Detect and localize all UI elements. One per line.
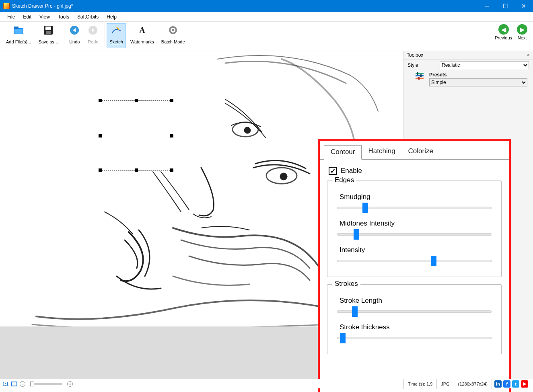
handle-e[interactable] bbox=[170, 134, 173, 138]
menu-edit[interactable]: Edit bbox=[19, 13, 35, 21]
status-bar: 1:1 − + Time (s): 1.9 JPG (1280x877x24) … bbox=[0, 379, 533, 388]
tabs: Contour Hatching Colorize bbox=[320, 141, 509, 160]
contour-settings-panel: Contour Hatching Colorize ✓ Enable Edges… bbox=[318, 139, 511, 392]
zoom-out-button[interactable]: − bbox=[20, 381, 25, 387]
status-time: Time (s): 1.9 bbox=[403, 379, 436, 389]
zoom-slider[interactable] bbox=[30, 383, 62, 385]
midtones-label: Midtones Intensity bbox=[340, 220, 492, 228]
svg-point-8 bbox=[172, 29, 174, 31]
presets-icon bbox=[415, 71, 424, 81]
strokes-legend: Strokes bbox=[332, 280, 360, 288]
previous-button[interactable]: ◀ Previous bbox=[492, 23, 514, 41]
next-label: Next bbox=[518, 35, 527, 40]
handle-nw[interactable] bbox=[99, 99, 102, 102]
menu-file[interactable]: File bbox=[3, 13, 19, 21]
undo-button[interactable]: Undo bbox=[66, 23, 83, 48]
smudging-label: Smudging bbox=[340, 193, 492, 201]
next-button[interactable]: ▶ Next bbox=[514, 23, 530, 41]
enable-checkbox[interactable]: ✓ bbox=[329, 167, 337, 175]
zoom-ratio[interactable]: 1:1 bbox=[2, 382, 8, 386]
undo-label: Undo bbox=[69, 37, 80, 47]
toolbox-header: Toolbox × bbox=[403, 51, 533, 60]
handle-s[interactable] bbox=[135, 168, 138, 172]
style-select[interactable]: Realistic bbox=[440, 61, 529, 69]
stroke-thickness-label: Stroke thickness bbox=[340, 323, 492, 331]
previous-icon: ◀ bbox=[498, 24, 509, 35]
status-format: JPG bbox=[436, 379, 453, 389]
batch-mode-label: Batch Mode bbox=[161, 37, 185, 47]
sketch-icon bbox=[111, 25, 122, 36]
menubar: File Edit View Tools SoftOrbits Help bbox=[0, 12, 533, 22]
redo-label: Redo bbox=[88, 37, 98, 47]
sketch-label: Sketch bbox=[109, 37, 123, 47]
enable-label: Enable bbox=[341, 167, 362, 175]
batch-mode-button[interactable]: Batch Mode bbox=[158, 23, 188, 48]
gear-icon bbox=[167, 25, 179, 36]
handle-n[interactable] bbox=[135, 99, 138, 102]
tab-colorize[interactable]: Colorize bbox=[402, 145, 440, 159]
save-as-label: Save as... bbox=[38, 37, 58, 47]
watermarks-button[interactable]: A Watermarks bbox=[128, 23, 157, 48]
intensity-slider[interactable] bbox=[337, 256, 492, 265]
stroke-length-block: Stroke Length bbox=[337, 297, 492, 316]
svg-rect-17 bbox=[420, 74, 422, 77]
add-files-button[interactable]: Add File(s)... bbox=[3, 23, 34, 48]
window-title: Sketch Drawer Pro - girl.jpg* bbox=[12, 3, 477, 9]
menu-help[interactable]: Help bbox=[103, 13, 121, 21]
svg-rect-3 bbox=[45, 27, 51, 30]
menu-softorbits[interactable]: SoftOrbits bbox=[73, 13, 103, 21]
zoom-in-button[interactable]: + bbox=[67, 381, 73, 387]
next-icon: ▶ bbox=[517, 24, 527, 35]
svg-rect-16 bbox=[417, 72, 418, 75]
handle-sw[interactable] bbox=[99, 168, 102, 172]
work-area: Toolbox × Style Realistic Presets Simple… bbox=[0, 51, 533, 379]
twitter-icon[interactable]: t bbox=[512, 380, 519, 388]
menu-tools[interactable]: Tools bbox=[54, 13, 73, 21]
handle-ne[interactable] bbox=[170, 99, 173, 102]
close-button[interactable]: ✕ bbox=[514, 0, 533, 12]
toolbox-title: Toolbox bbox=[407, 52, 423, 58]
tab-contour[interactable]: Contour bbox=[324, 145, 362, 160]
svg-rect-14 bbox=[416, 75, 424, 76]
stroke-length-slider[interactable] bbox=[337, 306, 492, 316]
handle-w[interactable] bbox=[99, 134, 102, 138]
menu-view[interactable]: View bbox=[35, 13, 54, 21]
save-as-button[interactable]: Save as... bbox=[35, 23, 61, 48]
intensity-label: Intensity bbox=[340, 246, 492, 254]
tab-hatching[interactable]: Hatching bbox=[362, 145, 401, 159]
redo-button[interactable]: Redo bbox=[84, 23, 101, 48]
app-icon bbox=[3, 3, 10, 9]
status-dims: (1280x877x24) bbox=[454, 379, 492, 389]
watermarks-icon: A bbox=[136, 25, 148, 36]
stroke-length-label: Stroke Length bbox=[340, 297, 492, 305]
save-icon bbox=[43, 25, 54, 36]
panel-close-icon[interactable]: × bbox=[527, 52, 530, 58]
add-files-label: Add File(s)... bbox=[6, 37, 31, 47]
edges-legend: Edges bbox=[332, 176, 356, 184]
stroke-thickness-slider[interactable] bbox=[337, 333, 492, 343]
minimize-button[interactable]: ─ bbox=[477, 0, 496, 12]
sketch-button[interactable]: Sketch bbox=[107, 23, 126, 48]
youtube-icon[interactable]: ▶ bbox=[521, 380, 528, 388]
enable-row[interactable]: ✓ Enable bbox=[329, 167, 502, 175]
svg-rect-1 bbox=[14, 27, 19, 29]
watermarks-label: Watermarks bbox=[130, 37, 154, 47]
handle-se[interactable] bbox=[170, 168, 173, 172]
presets-select[interactable]: Simple bbox=[429, 78, 527, 86]
tab-body: ✓ Enable Edges Smudging Midtones Intensi… bbox=[320, 160, 509, 367]
presets-row: Presets Simple bbox=[403, 71, 533, 88]
maximize-button[interactable]: ☐ bbox=[496, 0, 514, 12]
selection-rect[interactable] bbox=[100, 100, 172, 170]
undo-icon bbox=[69, 25, 80, 36]
facebook-icon[interactable]: f bbox=[503, 380, 510, 388]
svg-rect-4 bbox=[46, 31, 51, 34]
svg-rect-18 bbox=[418, 77, 420, 80]
linkedin-icon[interactable]: in bbox=[494, 380, 502, 388]
midtones-slider[interactable] bbox=[337, 229, 492, 239]
add-files-icon bbox=[13, 25, 24, 36]
fit-icon[interactable] bbox=[11, 382, 17, 386]
previous-label: Previous bbox=[495, 35, 512, 40]
intensity-block: Intensity bbox=[337, 246, 492, 265]
style-label: Style bbox=[407, 62, 440, 68]
smudging-slider[interactable] bbox=[337, 203, 492, 212]
